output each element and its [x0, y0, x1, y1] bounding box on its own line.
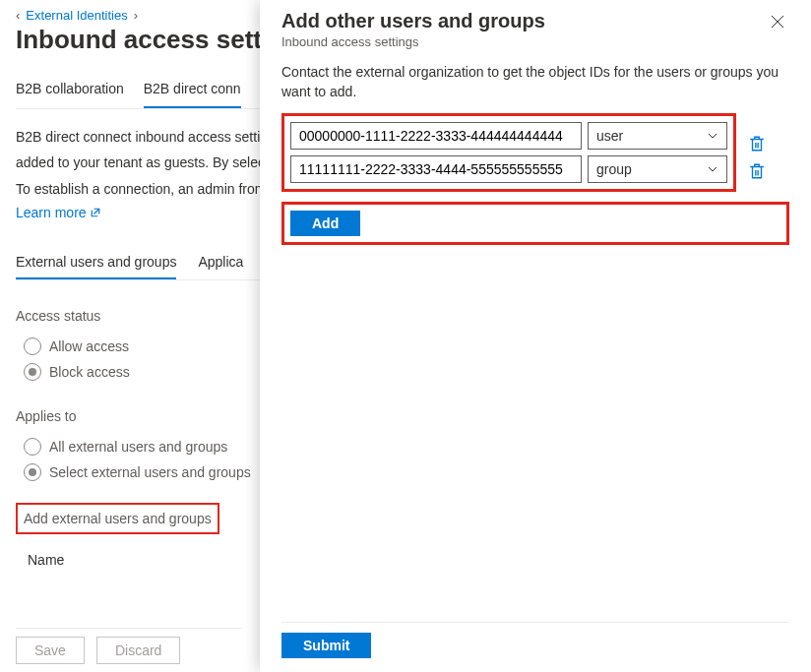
panel-instruction: Contact the external organization to get… — [281, 63, 789, 101]
radio-icon — [24, 363, 41, 381]
chevron-left-icon: ‹ — [16, 8, 20, 23]
object-id-input[interactable] — [290, 155, 582, 183]
radio-icon — [24, 438, 41, 456]
add-button[interactable]: Add — [290, 211, 360, 236]
object-type-select[interactable]: user — [588, 122, 727, 150]
discard-button[interactable]: Discard — [96, 637, 180, 664]
delete-row-button[interactable] — [748, 162, 766, 180]
breadcrumb-parent[interactable]: External Identities — [26, 8, 127, 23]
radio-icon — [24, 337, 41, 355]
chevron-down-icon — [707, 130, 718, 142]
add-external-users-groups-button[interactable]: Add external users and groups — [24, 511, 212, 526]
add-button-highlight: Add — [281, 202, 789, 245]
panel-title: Add other users and groups — [281, 10, 545, 32]
object-rows-highlight: user group — [281, 113, 736, 192]
object-row: group — [290, 155, 727, 183]
close-button[interactable] — [766, 10, 789, 33]
object-type-select[interactable]: group — [588, 155, 727, 183]
subtab-applications[interactable]: Applica — [198, 248, 243, 279]
tab-b2b-collaboration[interactable]: B2B collaboration — [16, 73, 124, 108]
close-icon — [771, 15, 784, 29]
object-id-input[interactable] — [290, 122, 582, 150]
learn-more-link[interactable]: Learn more — [16, 205, 101, 220]
save-button[interactable]: Save — [16, 637, 85, 664]
tab-b2b-direct-connect[interactable]: B2B direct conn — [144, 73, 241, 108]
object-row: user — [290, 122, 727, 150]
add-users-groups-panel: Add other users and groups Inbound acces… — [260, 0, 811, 672]
external-link-icon — [90, 207, 101, 218]
footer-bar: Save Discard — [16, 628, 242, 664]
submit-button[interactable]: Submit — [281, 633, 371, 658]
chevron-right-icon: › — [134, 8, 138, 23]
radio-icon — [24, 463, 41, 481]
delete-row-button[interactable] — [748, 135, 766, 153]
add-external-highlight: Add external users and groups — [16, 503, 219, 534]
chevron-down-icon — [707, 163, 718, 175]
subtab-external-users-groups[interactable]: External users and groups — [16, 248, 176, 279]
panel-subtitle: Inbound access settings — [281, 34, 545, 49]
